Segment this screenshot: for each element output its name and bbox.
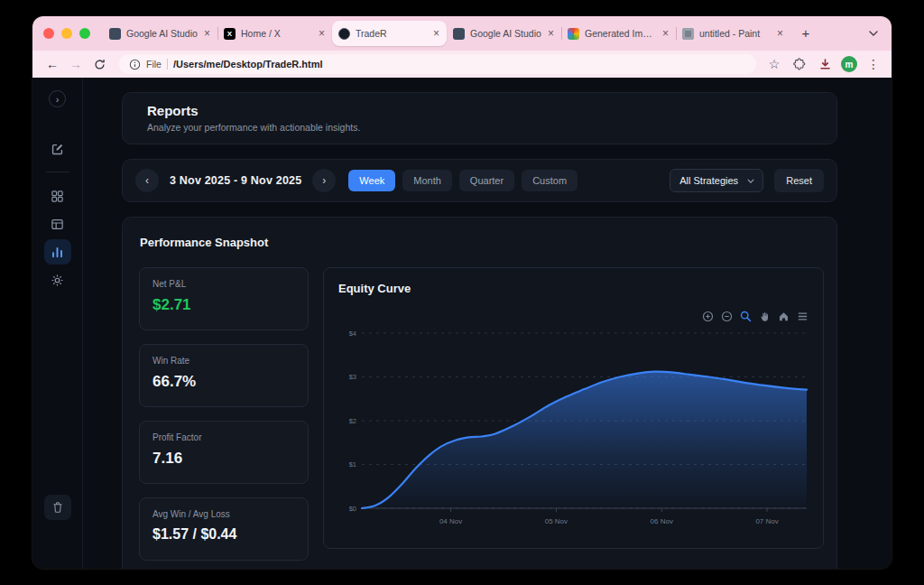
svg-text:07 Nov: 07 Nov [755, 517, 778, 525]
sidebar-item-reports-chart-icon[interactable] [44, 239, 71, 265]
tab-close-icon[interactable]: × [776, 27, 784, 40]
svg-text:05 Nov: 05 Nov [545, 517, 568, 525]
zoom-window-button[interactable] [79, 28, 90, 39]
period-week-button[interactable]: Week [348, 170, 395, 191]
paint-icon [682, 28, 694, 40]
zoom-in-icon[interactable] [702, 311, 714, 322]
stat-card-net-pnl: Net P&L $2.71 [139, 267, 309, 330]
stat-label: Avg Win / Avg Loss [152, 509, 295, 519]
select-caret-icon [747, 179, 754, 183]
pan-hand-icon[interactable] [759, 311, 771, 322]
tab-strip: Google AI Studio × Home / X × TradeR × G… [32, 16, 892, 51]
tab-close-icon[interactable]: × [661, 27, 670, 40]
stats-column: Net P&L $2.71 Win Rate 66.7% Profit Fact… [139, 267, 309, 561]
equity-curve-chart[interactable]: $4$3$2$1$004 Nov05 Nov06 Nov07 Nov [338, 324, 808, 534]
svg-text:06 Nov: 06 Nov [651, 517, 673, 525]
next-week-chevron-icon[interactable]: › [312, 169, 336, 192]
stat-value: 7.16 [152, 450, 295, 468]
toolbar-right-icons: ☆ m ⋮ [765, 55, 882, 73]
reload-icon[interactable] [88, 53, 110, 75]
chart-title: Equity Curve [338, 282, 808, 295]
profile-avatar[interactable]: m [841, 56, 857, 72]
filter-bar: ‹ 3 Nov 2025 - 9 Nov 2025 › Week Month Q… [122, 159, 837, 202]
close-window-button[interactable] [43, 28, 54, 39]
tab-label: untitled - Paint [699, 28, 771, 39]
reports-header-card: Reports Analyze your performance with ac… [122, 92, 837, 144]
stat-value: 66.7% [152, 373, 295, 391]
svg-text:04 Nov: 04 Nov [439, 517, 462, 525]
period-quarter-button[interactable]: Quarter [459, 170, 514, 191]
browser-menu-dots-icon[interactable]: ⋮ [864, 55, 882, 73]
chart-menu-icon[interactable] [797, 311, 808, 322]
stat-label: Net P&L [152, 279, 295, 289]
svg-text:$1: $1 [349, 460, 356, 469]
new-tab-button[interactable]: + [796, 23, 816, 43]
bookmark-star-icon[interactable]: ☆ [765, 55, 783, 73]
reports-main: Reports Analyze your performance with ac… [83, 78, 892, 569]
selection-zoom-icon[interactable] [740, 311, 752, 322]
forward-icon[interactable]: → [65, 53, 87, 75]
sidebar-divider [46, 172, 69, 172]
svg-text:$4: $4 [349, 330, 356, 338]
tab-label: TradeR [356, 28, 427, 39]
trader-app-page: › Reports Ana [32, 78, 892, 569]
period-button-group: Week Month Quarter Custom [348, 170, 578, 191]
tab-close-icon[interactable]: × [318, 27, 326, 40]
stat-card-profit-factor: Profit Factor 7.16 [139, 421, 309, 484]
svg-text:$2: $2 [349, 417, 356, 425]
google-ai-studio-icon [109, 28, 121, 40]
sidebar-expand-chevron-icon[interactable]: › [49, 90, 66, 107]
reset-home-icon[interactable] [778, 311, 790, 322]
trader-favicon-icon [338, 28, 350, 40]
downloads-icon[interactable] [816, 55, 834, 73]
back-icon[interactable]: ← [42, 53, 63, 75]
browser-tab-untitled-paint[interactable]: untitled - Paint × [676, 21, 790, 46]
equity-curve-card: Equity Curve [323, 267, 824, 549]
tab-label: Generated Image Nove [585, 28, 656, 39]
sidebar-item-dashboard-grid-icon[interactable] [44, 183, 71, 209]
macos-traffic-lights [43, 28, 90, 39]
browser-tab-google-ai-studio[interactable]: Google AI Studio × [103, 21, 217, 46]
stat-label: Profit Factor [152, 432, 295, 442]
tab-close-icon[interactable]: × [547, 27, 555, 40]
reset-button[interactable]: Reset [774, 169, 824, 192]
browser-tab-trader-active[interactable]: TradeR × [332, 21, 447, 46]
address-bar[interactable]: File /Users/me/Desktop/TradeR.html [119, 54, 756, 74]
stat-value: $1.57 / $0.44 [152, 526, 295, 543]
trash-icon[interactable] [44, 495, 71, 520]
app-sidebar: › [32, 78, 83, 569]
tab-search-chevron-icon[interactable] [864, 24, 882, 42]
generated-image-icon [568, 28, 579, 40]
tab-close-icon[interactable]: × [203, 27, 211, 40]
browser-tab-google-ai-studio-2[interactable]: Google AI Studio × [447, 21, 561, 46]
extensions-puzzle-icon[interactable] [790, 55, 808, 73]
period-month-button[interactable]: Month [402, 170, 452, 191]
zoom-out-icon[interactable] [721, 311, 733, 322]
sidebar-item-settings-gear-icon[interactable] [44, 267, 71, 292]
snapshot-title: Performance Snapshot [140, 236, 820, 249]
tab-label: Google AI Studio [470, 28, 541, 39]
svg-text:$0: $0 [349, 505, 356, 513]
x-logo-icon [224, 28, 236, 40]
stat-card-avg-win-loss: Avg Win / Avg Loss $1.57 / $0.44 [139, 497, 309, 561]
tab-close-icon[interactable]: × [432, 27, 440, 40]
sidebar-item-journal-table-icon[interactable] [44, 211, 71, 237]
tab-label: Home / X [241, 28, 312, 39]
strategy-select[interactable]: All Strategies [670, 169, 763, 192]
period-custom-button[interactable]: Custom [522, 170, 578, 191]
info-icon[interactable] [128, 58, 141, 70]
date-range-label: 3 Nov 2025 - 9 Nov 2025 [170, 174, 301, 187]
prev-week-chevron-icon[interactable]: ‹ [135, 169, 159, 192]
tab-list: Google AI Studio × Home / X × TradeR × G… [103, 21, 790, 46]
compose-trade-icon[interactable] [44, 136, 71, 162]
browser-tab-home-x[interactable]: Home / X × [217, 21, 332, 46]
url-scheme-label: File [146, 59, 162, 70]
performance-snapshot-card: Performance Snapshot Net P&L $2.71 Win R… [122, 217, 837, 569]
stat-value: $2.71 [152, 296, 295, 314]
chart-toolbar [338, 310, 808, 322]
browser-tab-generated-image[interactable]: Generated Image Nove × [561, 21, 676, 46]
page-subtitle: Analyze your performance with actionable… [147, 122, 812, 133]
minimize-window-button[interactable] [61, 28, 72, 39]
strategy-selected-value: All Strategies [679, 175, 738, 186]
stat-label: Win Rate [152, 356, 295, 366]
